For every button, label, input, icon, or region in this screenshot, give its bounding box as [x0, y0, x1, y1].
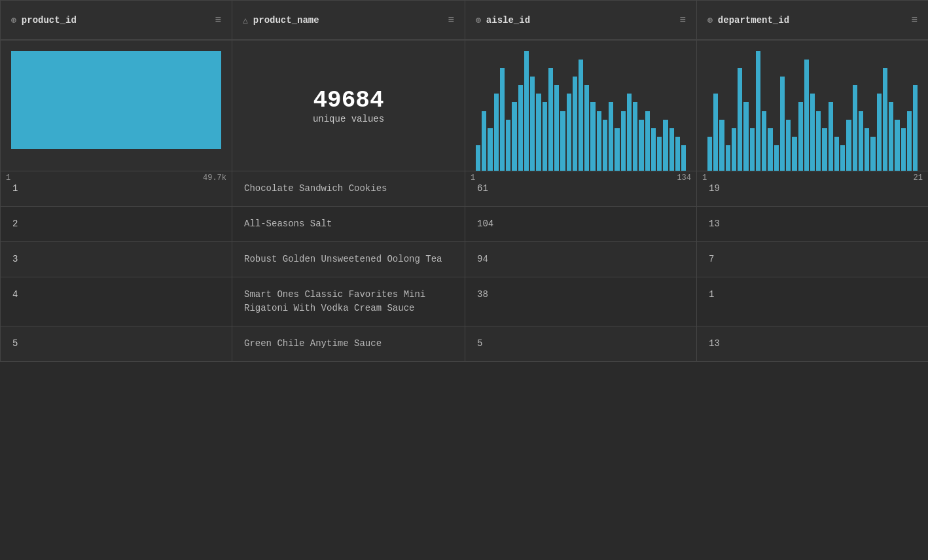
histogram-bar [756, 51, 760, 171]
sort-icon-aisle-id[interactable]: ≡ [679, 14, 686, 26]
summary-product-name: 49684 unique values [232, 41, 465, 171]
cell-aisle-id-3: 94 [465, 242, 697, 277]
unique-values-display: 49684 unique values [232, 41, 465, 171]
histogram-bar [488, 128, 492, 171]
histogram-bar [494, 94, 499, 171]
cell-product-name-4: Smart Ones Classic Favorites Mini Rigato… [232, 277, 465, 326]
histogram-bar [482, 111, 486, 171]
cell-aisle-id-4: 38 [465, 277, 697, 326]
histogram-bar [633, 102, 637, 171]
department-id-max: 21 [914, 173, 923, 183]
data-table-container: ⊕ product_id ≡ △ product_name ≡ [0, 0, 928, 362]
histogram-bar [707, 137, 712, 171]
cell-department-id-2: 13 [697, 207, 929, 242]
aisle-id-min: 1 [471, 173, 475, 183]
histogram-bar [816, 111, 821, 171]
histogram-bar [913, 85, 918, 171]
histogram-bar [907, 111, 912, 171]
histogram-bar [663, 120, 668, 171]
histogram-bar [627, 94, 632, 171]
histogram-bar [889, 102, 893, 171]
histogram-bar [719, 120, 724, 171]
table-row: 4 Smart Ones Classic Favorites Mini Riga… [1, 277, 929, 326]
histogram-bar [560, 111, 565, 171]
histogram-bar [829, 102, 833, 171]
histogram-bar [543, 102, 547, 171]
sort-icon-product-id[interactable]: ≡ [215, 14, 221, 26]
triangle-icon-product-name: △ [243, 15, 248, 26]
histogram-bar [518, 85, 523, 171]
cell-product-id-4: 4 [1, 277, 232, 326]
histogram-bar [780, 77, 785, 171]
histogram-bar [548, 68, 553, 171]
histogram-bar [798, 102, 803, 171]
histogram-bar [579, 60, 583, 171]
histogram-bar [792, 137, 796, 171]
header-product-id: ⊕ product_id ≡ [1, 1, 232, 41]
histogram-bar [645, 111, 650, 171]
product-id-max: 49.7k [203, 173, 226, 183]
histogram-bar [567, 94, 571, 171]
histogram-bar [834, 137, 839, 171]
histogram-bar [901, 128, 906, 171]
table-row: 2 All-Seasons Salt 104 13 [1, 207, 929, 242]
histogram-bar [846, 120, 851, 171]
product-id-min: 1 [6, 173, 10, 183]
histogram-bar [865, 128, 869, 171]
histogram-bar [573, 77, 577, 171]
histogram-bar [853, 85, 857, 171]
histogram-bar [675, 137, 680, 171]
cell-aisle-id-2: 104 [465, 207, 697, 242]
cell-product-id-5: 5 [1, 326, 232, 362]
histogram-bar [500, 68, 505, 171]
histogram-bar [822, 128, 827, 171]
col-label-product-id: product_id [22, 15, 77, 26]
histogram-bar [590, 102, 595, 171]
department-id-min: 1 [702, 173, 707, 183]
table-row: 5 Green Chile Anytime Sauce 5 13 [1, 326, 929, 362]
histogram-bar [762, 111, 766, 171]
summary-row: 1 49.7k 49684 unique values [1, 41, 929, 171]
histogram-bar [536, 94, 541, 171]
cell-department-id-3: 7 [697, 242, 929, 277]
cell-product-name-2: All-Seasons Salt [232, 207, 465, 242]
histogram-bar [669, 128, 674, 171]
histogram-bar [895, 120, 899, 171]
histogram-bar [840, 145, 845, 171]
histogram-bar [743, 102, 748, 171]
histogram-bar [877, 94, 882, 171]
histogram-bar [597, 111, 601, 171]
product-id-histogram [11, 51, 221, 149]
histogram-bar [713, 94, 718, 171]
histogram-bar [750, 128, 755, 171]
col-label-product-name: product_name [253, 15, 319, 26]
histogram-bar [651, 128, 656, 171]
sort-icon-department-id[interactable]: ≡ [911, 14, 918, 26]
cell-product-name-1: Chocolate Sandwich Cookies [232, 171, 465, 207]
histogram-bar [738, 68, 742, 171]
cell-product-name-5: Green Chile Anytime Sauce [232, 326, 465, 362]
cell-product-id-2: 2 [1, 207, 232, 242]
unique-count-value: 49684 [313, 87, 384, 114]
histogram-bar [554, 85, 559, 171]
header-row: ⊕ product_id ≡ △ product_name ≡ [1, 1, 929, 41]
histogram-bar [584, 85, 589, 171]
cell-product-id-3: 3 [1, 242, 232, 277]
histogram-bar [609, 102, 613, 171]
key-icon-aisle-id: ⊕ [476, 15, 481, 26]
cell-product-name-3: Robust Golden Unsweetened Oolong Tea [232, 242, 465, 277]
summary-product-id: 1 49.7k [1, 41, 232, 171]
histogram-bar [681, 145, 686, 171]
sort-icon-product-name[interactable]: ≡ [448, 14, 454, 26]
histogram-bar [615, 128, 619, 171]
table-row: 3 Robust Golden Unsweetened Oolong Tea 9… [1, 242, 929, 277]
summary-department-id: 1 21 [697, 41, 929, 171]
histogram-bar [786, 120, 791, 171]
histogram-bar [621, 111, 626, 171]
aisle-id-histogram [471, 46, 691, 171]
histogram-bar [859, 111, 863, 171]
histogram-bar [639, 120, 643, 171]
cell-department-id-4: 1 [697, 277, 929, 326]
main-table: ⊕ product_id ≡ △ product_name ≡ [0, 0, 928, 362]
department-id-histogram [702, 46, 923, 171]
